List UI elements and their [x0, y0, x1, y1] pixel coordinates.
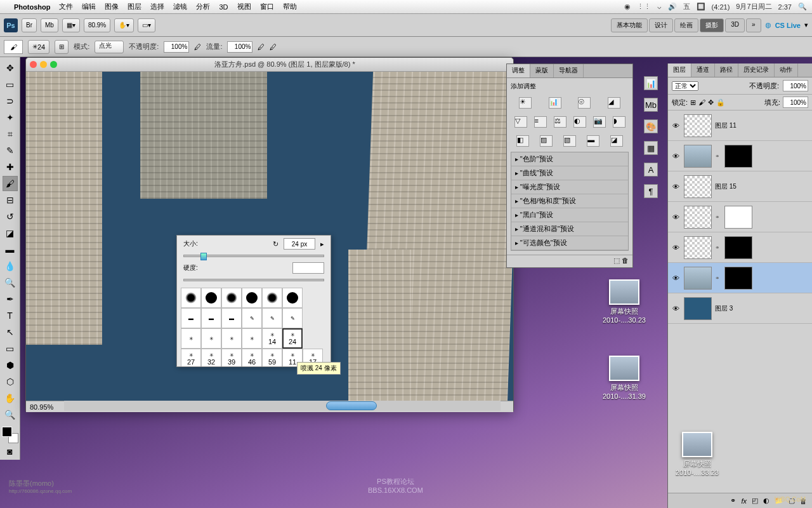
ws-photography[interactable]: 摄影 — [700, 18, 724, 32]
gradient-tool[interactable]: ▬ — [3, 242, 18, 257]
gradient-map-icon[interactable]: ▬ — [587, 135, 599, 147]
marquee-tool[interactable]: ▭ — [3, 77, 18, 92]
move-tool[interactable]: ✥ — [3, 60, 18, 76]
layer-fill[interactable] — [783, 97, 808, 108]
brush-preset[interactable]: ▬ — [181, 308, 201, 328]
brush-preset[interactable]: ✳32 — [201, 349, 221, 366]
volume-icon[interactable]: 🔊 — [668, 3, 677, 11]
brush-preset[interactable]: ✳ — [242, 328, 262, 349]
eyedropper-tool[interactable]: ✎ — [3, 143, 18, 158]
battery-icon[interactable]: 🔲 — [697, 3, 705, 11]
menu-analysis[interactable]: 分析 — [196, 2, 210, 11]
hue-icon[interactable]: ≡ — [534, 116, 547, 128]
desktop-screenshot[interactable]: 屏幕快照2010-....30.23 — [603, 279, 646, 324]
tab-layers[interactable]: 图层 — [668, 64, 691, 77]
tablet-opacity-icon[interactable]: 🖊 — [194, 43, 201, 51]
link-icon[interactable]: ⚭ — [715, 244, 721, 251]
spotlight-icon[interactable]: 🔍 — [798, 3, 807, 11]
doc-zoom[interactable]: 80.95% — [30, 403, 53, 411]
crop-tool[interactable]: ⌗ — [3, 126, 18, 142]
h-scrollbar[interactable] — [64, 401, 501, 411]
brush-preset[interactable] — [201, 288, 221, 308]
layer-row[interactable]: 👁⚭ — [668, 232, 812, 263]
brush-preset[interactable] — [282, 288, 303, 308]
mask-thumb[interactable] — [724, 236, 752, 259]
visibility-icon[interactable]: 👁 — [671, 122, 681, 130]
brush-preset-selected[interactable]: ✳24 — [282, 328, 303, 349]
blur-tool[interactable]: 💧 — [3, 258, 18, 274]
hand-button[interactable]: ✋▾ — [114, 18, 134, 32]
invert-icon[interactable]: ◧ — [516, 135, 529, 147]
mask-icon[interactable]: ◰ — [752, 497, 758, 505]
hardness-input[interactable] — [292, 262, 324, 274]
paragraph-icon[interactable]: ¶ — [644, 184, 658, 198]
layer-name[interactable]: 图层 11 — [715, 121, 809, 130]
balance-icon[interactable]: ⚖ — [554, 116, 566, 128]
brush-preset[interactable]: ✳46 — [242, 349, 262, 366]
eraser-tool[interactable]: ◪ — [3, 225, 18, 241]
mask-thumb[interactable] — [724, 206, 752, 229]
tool-preset[interactable]: 🖌 — [4, 40, 23, 54]
brush-preset-picker[interactable]: ✳24 — [28, 40, 49, 54]
lock-position-icon[interactable]: ✥ — [708, 98, 714, 107]
close-icon[interactable] — [30, 61, 37, 68]
fx-icon[interactable]: fx — [741, 497, 747, 505]
app-name[interactable]: Photoshop — [14, 3, 50, 11]
layer-thumb[interactable] — [684, 206, 712, 229]
ws-painting[interactable]: 绘画 — [674, 18, 698, 32]
swatches-icon[interactable]: ▦ — [644, 141, 658, 155]
brush-preset[interactable]: ✳ — [181, 328, 201, 349]
mixer-icon[interactable]: ◗ — [613, 116, 625, 128]
ws-more[interactable]: » — [746, 18, 761, 32]
tab-actions[interactable]: 动作 — [775, 64, 798, 77]
photo-filter-icon[interactable]: 📷 — [593, 116, 606, 128]
tab-masks[interactable]: 蒙版 — [530, 64, 554, 77]
visibility-icon[interactable]: 👁 — [671, 305, 681, 312]
link-icon[interactable]: ⚭ — [715, 275, 721, 281]
brush-preset[interactable]: ✎ — [262, 308, 282, 328]
airbrush-icon[interactable]: 🖊 — [258, 43, 265, 51]
bridge-button[interactable]: Br — [22, 18, 37, 32]
levels-icon[interactable]: 📊 — [549, 97, 561, 109]
layer-thumb[interactable] — [684, 297, 712, 320]
preset-curves[interactable]: ▸ "曲线"预设 — [511, 166, 628, 180]
brush-size-input[interactable] — [284, 238, 315, 250]
vibrance-icon[interactable]: ▽ — [514, 116, 527, 128]
zoom-tool[interactable]: 🔍 — [3, 407, 18, 422]
preset-bw[interactable]: ▸ "黑白"预设 — [511, 208, 628, 222]
doc-titlebar[interactable]: 洛亚方舟.psd @ 80.9% (图层 1, 图层蒙版/8) * — [26, 58, 513, 72]
preset-exposure[interactable]: ▸ "曝光度"预设 — [511, 180, 628, 194]
tab-navigator[interactable]: 导航器 — [554, 64, 584, 77]
shape-tool[interactable]: ▭ — [3, 341, 18, 356]
visibility-icon[interactable]: 👁 — [671, 274, 681, 282]
layer-row[interactable]: 👁⚭ — [668, 202, 812, 232]
type-tool[interactable]: T — [3, 308, 18, 323]
reset-icon[interactable]: ↻ — [273, 240, 278, 248]
preset-hue[interactable]: ▸ "色相/饱和度"预设 — [511, 194, 628, 208]
color-icon[interactable]: 🎨 — [644, 119, 658, 133]
3d-camera-tool[interactable]: ⬡ — [3, 374, 18, 389]
adjustment-layer-icon[interactable]: ◐ — [763, 497, 769, 505]
view-button[interactable]: ▦▾ — [62, 18, 80, 32]
link-layers-icon[interactable]: ⚭ — [730, 497, 736, 505]
layer-thumb[interactable] — [684, 236, 712, 259]
brush-preset[interactable] — [262, 288, 282, 308]
size-slider[interactable] — [183, 255, 324, 257]
menu-select[interactable]: 选择 — [150, 2, 164, 11]
tab-channels[interactable]: 通道 — [691, 64, 715, 77]
visibility-icon[interactable]: 👁 — [671, 244, 681, 251]
blend-mode-select[interactable]: 点光 — [95, 41, 124, 53]
mask-thumb[interactable] — [724, 145, 752, 168]
ws-design[interactable]: 设计 — [649, 18, 673, 32]
ws-essentials[interactable]: 基本功能 — [611, 18, 648, 32]
layer-opacity[interactable] — [783, 80, 808, 91]
visibility-icon[interactable]: 👁 — [671, 152, 681, 160]
quickmask-tool[interactable]: ◙ — [3, 444, 18, 459]
zoom-icon[interactable] — [50, 61, 57, 68]
menu-layer[interactable]: 图层 — [128, 2, 141, 11]
stamp-tool[interactable]: ⊟ — [3, 192, 18, 208]
brush-preset[interactable]: ✎ — [282, 308, 303, 328]
lock-all-icon[interactable]: 🔒 — [716, 98, 725, 107]
threshold-icon[interactable]: ▧ — [563, 135, 576, 147]
link-icon[interactable]: ⚭ — [715, 214, 721, 220]
